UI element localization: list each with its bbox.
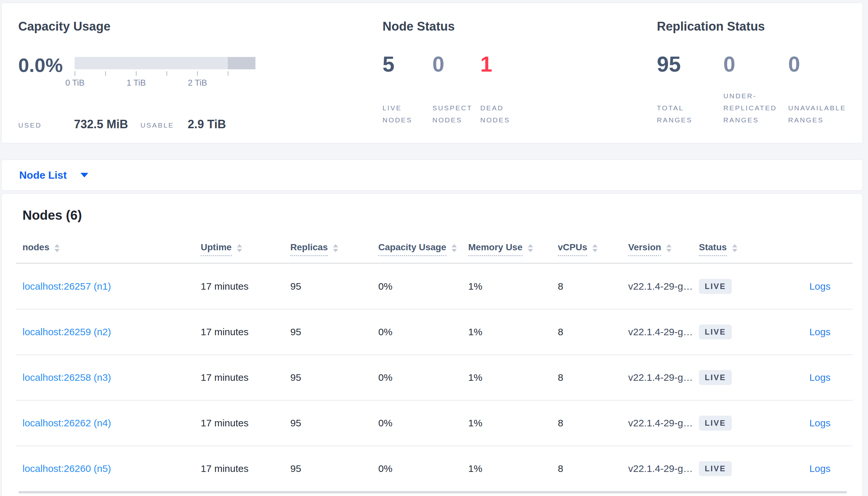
logs-cell: Logs (793, 418, 830, 429)
memory-use-cell: 1% (468, 418, 558, 429)
capacity-legend: USED 732.5 MiB USABLE 2.9 TiB (18, 115, 266, 131)
capacity-usage-cell: 0% (378, 326, 468, 338)
metric-label-line: TOTAL (657, 102, 723, 114)
axis-tick (136, 71, 136, 76)
summary-metric: 5LIVENODES (383, 52, 432, 126)
axis-tick-label: 1 TiB (126, 78, 146, 88)
metric-label: TOTALRANGES (657, 78, 723, 126)
uptime-cell: 17 minutes (201, 281, 290, 292)
capacity-usage-cell: 0% (378, 418, 468, 429)
replication-status-metrics: 95TOTALRANGES0UNDER-REPLICATEDRANGES0UNA… (657, 52, 846, 126)
sort-arrows-icon (55, 244, 60, 252)
node-link[interactable]: localhost:26260 (n5) (23, 463, 111, 474)
view-selector-bar: Node List (1, 159, 863, 191)
next-row-separator (18, 491, 847, 493)
capacity-bar (75, 57, 255, 69)
axis-tick-label: 0 TiB (65, 78, 85, 88)
metric-label-line: LIVE (383, 102, 432, 114)
node-cell: localhost:26259 (n2) (23, 326, 201, 338)
logs-link[interactable]: Logs (809, 372, 830, 383)
sort-down-icon (732, 249, 737, 252)
axis-tick (228, 71, 228, 76)
view-dropdown[interactable]: Node List (19, 169, 88, 181)
capacity-usage-cell: 0% (378, 463, 468, 474)
sort-arrows-icon (333, 244, 338, 252)
column-header-label: Uptime (201, 242, 232, 256)
column-header-status[interactable]: Status (699, 242, 793, 256)
node-link[interactable]: localhost:26262 (n4) (23, 418, 111, 428)
logs-link[interactable]: Logs (809, 463, 830, 474)
replicas-cell: 95 (290, 372, 378, 383)
sort-up-icon (528, 244, 533, 247)
sort-arrows-icon (732, 244, 737, 252)
metric-value: 0 (723, 52, 788, 78)
metric-label-line: RANGES (723, 114, 788, 126)
column-header-version[interactable]: Version (628, 242, 699, 256)
metric-label-line: NODES (383, 114, 432, 126)
status-cell: LIVE (699, 279, 793, 294)
view-dropdown-label: Node List (19, 169, 67, 181)
replicas-cell: 95 (290, 281, 378, 292)
replicas-cell: 95 (290, 418, 378, 429)
column-header-vcpus[interactable]: vCPUs (558, 242, 628, 256)
logs-link[interactable]: Logs (809, 418, 830, 428)
column-header-memory-use[interactable]: Memory Use (468, 242, 558, 256)
status-badge: LIVE (699, 461, 732, 476)
metric-value: 5 (383, 52, 432, 78)
nodes-table-card: Nodes (6) nodesUptimeReplicasCapacity Us… (1, 193, 863, 496)
version-cell: v22.1.4-29-g… (628, 281, 699, 292)
logs-cell: Logs (793, 372, 830, 383)
usable-value: 2.9 TiB (188, 118, 226, 131)
node-link[interactable]: localhost:26258 (n3) (23, 372, 111, 383)
metric-value: 0 (432, 52, 480, 78)
status-badge: LIVE (699, 370, 732, 385)
capacity-usage-cell: 0% (378, 372, 468, 383)
column-header-nodes[interactable]: nodes (23, 242, 201, 256)
table-row: localhost:26258 (n3)17 minutes950%1%8v22… (2, 355, 863, 400)
metric-label: UNDER-REPLICATEDRANGES (723, 78, 788, 126)
vcpus-cell: 8 (558, 463, 628, 474)
logs-link[interactable]: Logs (809, 326, 830, 337)
column-header-label: Memory Use (468, 242, 523, 256)
metric-label-line: SUSPECT (432, 102, 480, 114)
sort-arrows-icon (237, 244, 242, 252)
node-status-section: Node Status 5LIVENODES0SUSPECTNODES1DEAD… (383, 18, 510, 126)
sort-down-icon (528, 249, 533, 252)
metric-label: UNAVAILABLERANGES (788, 78, 846, 126)
column-header-label: Status (699, 242, 727, 256)
status-cell: LIVE (699, 325, 793, 339)
metric-value: 1 (480, 52, 510, 78)
memory-use-cell: 1% (468, 326, 558, 338)
vcpus-cell: 8 (558, 418, 628, 429)
column-header-replicas[interactable]: Replicas (290, 242, 378, 256)
capacity-usage-title: Capacity Usage (18, 18, 266, 34)
node-link[interactable]: localhost:26259 (n2) (23, 326, 111, 337)
sort-arrows-icon (592, 244, 598, 252)
uptime-cell: 17 minutes (201, 418, 290, 429)
metric-label-line: RANGES (657, 114, 723, 126)
column-header-label: nodes (23, 242, 49, 256)
sort-down-icon (592, 249, 598, 252)
column-header-uptime[interactable]: Uptime (201, 242, 290, 256)
node-cell: localhost:26260 (n5) (23, 463, 201, 474)
summary-metric: 0UNAVAILABLERANGES (788, 52, 846, 126)
summary-metric: 95TOTALRANGES (657, 52, 723, 126)
metric-label: LIVENODES (383, 78, 432, 126)
sort-up-icon (452, 244, 457, 247)
table-row: localhost:26257 (n1)17 minutes950%1%8v22… (2, 264, 863, 309)
replicas-cell: 95 (290, 463, 378, 474)
summary-metric: 0UNDER-REPLICATEDRANGES (723, 52, 788, 126)
sort-up-icon (55, 244, 60, 247)
node-status-title: Node Status (383, 18, 510, 34)
table-row: localhost:26260 (n5)17 minutes950%1%8v22… (2, 446, 863, 491)
metric-label-line: NODES (432, 114, 480, 126)
summary-metric: 1DEADNODES (480, 52, 510, 126)
logs-link[interactable]: Logs (809, 281, 830, 292)
column-header-capacity-usage[interactable]: Capacity Usage (378, 242, 468, 256)
capacity-bar-chart: 0 TiB 1 TiB 2 TiB (75, 57, 255, 69)
sort-down-icon (452, 249, 457, 252)
node-cell: localhost:26258 (n3) (23, 372, 201, 383)
status-cell: LIVE (699, 370, 793, 385)
node-link[interactable]: localhost:26257 (n1) (23, 281, 111, 292)
status-badge: LIVE (699, 279, 732, 294)
